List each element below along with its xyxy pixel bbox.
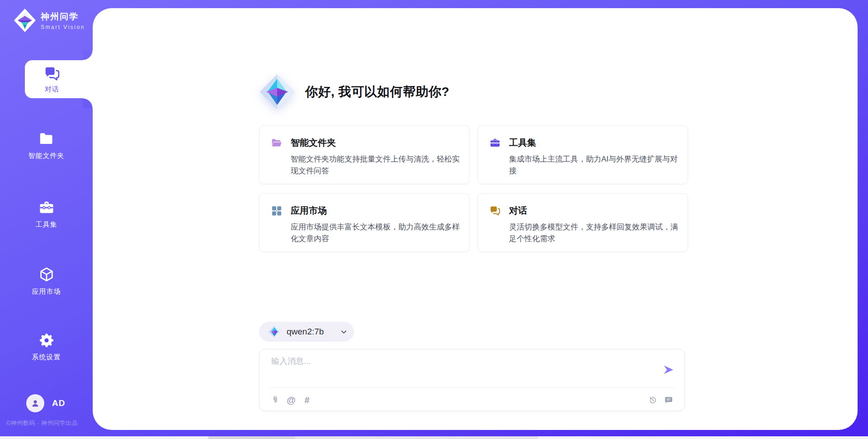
screen-bottom-edge	[0, 436, 868, 439]
send-icon[interactable]	[663, 364, 675, 376]
composer-divider	[269, 387, 675, 388]
model-logo-icon	[268, 325, 281, 338]
toolbox-icon	[38, 199, 55, 216]
model-selector[interactable]: qwen2:7b	[259, 322, 354, 342]
brand: 神州问学 Smart Vision	[14, 8, 85, 33]
greeting: 你好, 我可以如何帮助你?	[259, 74, 449, 110]
copyright: ©神州数码 · 神州问学出品	[6, 419, 97, 427]
app-logo-icon	[259, 74, 295, 110]
user-profile[interactable]: AD	[0, 394, 93, 412]
folder-open-icon	[271, 137, 283, 149]
avatar	[26, 394, 44, 412]
composer-toolbar: @ #	[270, 393, 674, 407]
card-smart-folder[interactable]: 智能文件夹 智能文件夹功能支持批量文件上传与清洗，轻松实现文件问答	[259, 125, 470, 184]
brand-text: 神州问学 Smart Vision	[41, 11, 85, 30]
brand-logo-icon	[14, 8, 36, 33]
card-app-market[interactable]: 应用市场 应用市场提供丰富长文本模板，助力高效生成多样化文章内容	[259, 193, 470, 252]
sidebar-item-toolset[interactable]: 工具集	[0, 199, 93, 229]
chevron-down-icon	[340, 328, 348, 336]
chat-icon	[489, 205, 501, 217]
card-description: 应用市场提供丰富长文本模板，助力高效生成多样化文章内容	[291, 221, 460, 245]
sidebar-item-label: 系统设置	[32, 353, 61, 362]
brand-subtitle: Smart Vision	[41, 24, 85, 30]
card-title: 对话	[509, 205, 527, 217]
chat-icon	[43, 65, 61, 82]
attachment-icon[interactable]	[270, 395, 280, 405]
folder-icon	[38, 130, 55, 148]
card-chat[interactable]: 对话 灵活切换多模型文件，支持多样回复效果调试，满足个性化需求	[477, 193, 688, 252]
card-title: 工具集	[509, 137, 536, 149]
card-title: 智能文件夹	[291, 137, 336, 149]
brand-name: 神州问学	[41, 11, 85, 23]
sidebar-item-label: 工具集	[36, 220, 57, 229]
card-title: 应用市场	[291, 205, 327, 217]
hash-icon[interactable]: #	[302, 395, 312, 405]
gear-icon	[38, 332, 55, 349]
sidebar-item-smart-folder[interactable]: 智能文件夹	[0, 130, 93, 160]
app-window: 神州问学 Smart Vision 对话 智能文件夹	[0, 0, 868, 439]
sidebar-item-chat[interactable]: 对话	[25, 60, 93, 98]
card-description: 集成市场上主流工具，助力AI与外界无缝扩展与对接	[509, 153, 678, 177]
grid-icon	[271, 205, 283, 217]
sidebar: 神州问学 Smart Vision 对话 智能文件夹	[0, 0, 93, 439]
message-composer: @ #	[259, 349, 685, 411]
feature-cards: 智能文件夹 智能文件夹功能支持批量文件上传与清洗，轻松实现文件问答 工具集 集成…	[259, 125, 688, 252]
cube-icon	[38, 266, 55, 283]
person-icon	[30, 398, 41, 409]
sidebar-item-label: 对话	[45, 85, 59, 94]
card-toolset[interactable]: 工具集 集成市场上主流工具，助力AI与外界无缝扩展与对接	[477, 125, 688, 184]
sidebar-item-settings[interactable]: 系统设置	[0, 332, 93, 362]
model-name: qwen2:7b	[287, 327, 334, 337]
sidebar-item-label: 应用市场	[32, 287, 61, 296]
mention-icon[interactable]: @	[286, 395, 296, 405]
greeting-title: 你好, 我可以如何帮助你?	[305, 83, 449, 100]
user-initials: AD	[52, 398, 65, 408]
toolbox-icon	[489, 137, 501, 149]
card-description: 灵活切换多模型文件，支持多样回复效果调试，满足个性化需求	[509, 221, 678, 245]
sidebar-item-app-market[interactable]: 应用市场	[0, 266, 93, 296]
sidebar-item-label: 智能文件夹	[28, 152, 65, 160]
message-input[interactable]	[271, 356, 651, 382]
comment-icon[interactable]	[664, 395, 674, 405]
main-panel: 你好, 我可以如何帮助你? 智能文件夹 智能文件夹功能支持批量文件上传与清洗，轻…	[93, 8, 858, 430]
history-icon[interactable]	[648, 395, 658, 405]
card-description: 智能文件夹功能支持批量文件上传与清洗，轻松实现文件问答	[291, 153, 460, 177]
